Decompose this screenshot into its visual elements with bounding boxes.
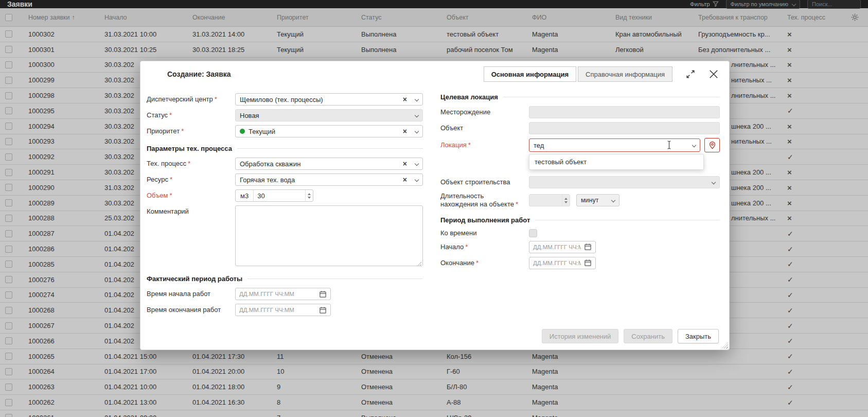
close-modal-button[interactable]: [708, 69, 719, 79]
step-down-icon[interactable]: [308, 197, 311, 199]
chevron-down-icon[interactable]: [415, 178, 419, 182]
priority-dot-icon: [240, 129, 245, 134]
chevron-down-icon[interactable]: [415, 113, 419, 117]
clear-icon[interactable]: ×: [400, 160, 410, 167]
dispatch-center-select[interactable]: Щемилово (тех. процессы) ×: [235, 93, 423, 106]
section-tech-params: Параметры тех. процесса: [147, 145, 423, 152]
resource-label: Ресурс*: [147, 176, 235, 184]
history-button[interactable]: История изменений: [542, 329, 619, 343]
expand-modal-button[interactable]: [686, 70, 695, 79]
map-pin-button[interactable]: [704, 138, 720, 152]
section-work-period: Период выполнения работ: [440, 216, 720, 224]
section-target-location: Целевая локация: [440, 93, 720, 101]
tab-reference-info[interactable]: Справочная информация: [578, 66, 672, 82]
object-label: Объект: [440, 124, 529, 132]
modal-resize-handle-icon[interactable]: [722, 342, 728, 349]
modal-right-column: Целевая локация Месторождение Объект Лок…: [440, 90, 720, 320]
close-icon: [708, 69, 719, 79]
deposit-input[interactable]: [529, 106, 720, 118]
work-start-datetime: [235, 288, 331, 300]
comment-textarea[interactable]: [235, 205, 423, 266]
step-down-icon[interactable]: [564, 201, 568, 203]
step-up-icon[interactable]: [308, 193, 311, 195]
map-pin-icon: [708, 141, 716, 149]
screen: Заявки Фильтр Фильтр по умолчанию Поиск.…: [0, 0, 868, 417]
section-actual-period: Фактический период работы: [147, 275, 423, 283]
save-button[interactable]: Сохранить: [624, 329, 672, 343]
construction-object-select[interactable]: [529, 176, 720, 188]
chevron-down-icon[interactable]: [415, 97, 419, 101]
period-start-label: Начало*: [440, 243, 529, 251]
duration-unit-select[interactable]: минут: [576, 194, 619, 206]
chevron-down-icon[interactable]: [415, 129, 419, 133]
volume-unit: м3: [236, 190, 254, 201]
clear-icon[interactable]: ×: [400, 176, 410, 183]
volume-label: Объем*: [147, 192, 235, 200]
by-time-checkbox[interactable]: [529, 229, 537, 237]
status-label: Статус*: [147, 111, 235, 119]
period-end-label: Окончание*: [440, 259, 529, 267]
clear-icon[interactable]: ×: [400, 128, 410, 135]
modal-body: Диспетчерский центр* Щемилово (тех. проц…: [140, 85, 729, 320]
duration-unit-value: минут: [581, 197, 598, 204]
status-value: Новая: [240, 112, 259, 119]
tech-process-select[interactable]: Обработка скважин ×: [235, 158, 423, 170]
priority-label: Приоритет*: [147, 127, 235, 135]
modal-footer: История изменений Сохранить Закрыть: [542, 329, 719, 343]
by-time-label: Ко времени: [440, 229, 529, 237]
priority-value: Текущий: [249, 128, 275, 135]
comment-label: Комментарий: [147, 205, 235, 216]
calendar-icon[interactable]: [584, 243, 592, 251]
volume-input[interactable]: [254, 190, 305, 201]
modal-left-column: Диспетчерский центр* Щемилово (тех. проц…: [147, 90, 423, 320]
chevron-down-icon[interactable]: [692, 143, 696, 147]
chevron-down-icon[interactable]: [415, 162, 419, 166]
chevron-down-icon[interactable]: [712, 180, 716, 184]
work-end-input[interactable]: [239, 307, 316, 313]
priority-select[interactable]: Текущий ×: [235, 125, 423, 137]
tab-main-info[interactable]: Основная информация: [484, 66, 576, 82]
duration-input-group: [529, 194, 570, 206]
location-combobox[interactable]: [529, 138, 700, 152]
tech-process-value: Обработка скважин: [240, 160, 301, 168]
dispatch-center-value: Щемилово (тех. процессы): [240, 96, 323, 103]
clear-icon[interactable]: ×: [400, 96, 410, 103]
work-end-datetime: [235, 304, 331, 316]
volume-stepper[interactable]: [305, 190, 313, 201]
expand-icon: [686, 70, 695, 79]
period-end-datetime: [529, 257, 596, 269]
location-suggestion-dropdown: тестовый объект: [529, 154, 704, 170]
close-button[interactable]: Закрыть: [678, 329, 719, 343]
duration-stepper[interactable]: [562, 195, 570, 206]
work-end-label: Время окончания работ: [147, 306, 235, 314]
location-suggestion-item[interactable]: тестовый объект: [529, 154, 703, 169]
period-end-input[interactable]: [533, 260, 581, 266]
resource-select[interactable]: Горячая тех. вода ×: [235, 173, 423, 186]
object-input[interactable]: [529, 122, 720, 134]
calendar-icon[interactable]: [319, 290, 327, 298]
period-start-input[interactable]: [533, 244, 581, 250]
work-start-input[interactable]: [239, 291, 316, 297]
construction-object-label: Объект строительства: [440, 178, 529, 186]
modal-header: Создание: Заявка Основная информация Спр…: [140, 61, 729, 85]
location-label: Локация*: [440, 141, 529, 149]
text-cursor-icon: [667, 141, 671, 149]
calendar-icon[interactable]: [319, 306, 327, 314]
period-start-datetime: [529, 241, 596, 253]
create-request-modal: Создание: Заявка Основная информация Спр…: [140, 61, 730, 350]
step-up-icon[interactable]: [564, 198, 568, 200]
dispatch-center-label: Диспетчерский центр*: [147, 95, 235, 103]
modal-title: Создание: Заявка: [167, 70, 231, 78]
volume-input-group: м3: [235, 189, 313, 202]
deposit-label: Месторождение: [440, 108, 529, 116]
duration-input[interactable]: [529, 195, 562, 206]
work-start-label: Время начала работ: [147, 290, 235, 298]
status-select[interactable]: Новая: [235, 109, 423, 121]
duration-label: Длительность нахождения на объекте*: [440, 192, 529, 209]
chevron-down-icon[interactable]: [611, 198, 615, 202]
tech-process-label: Тех. процесс*: [147, 160, 235, 168]
calendar-icon[interactable]: [584, 259, 592, 267]
resource-value: Горячая тех. вода: [240, 176, 295, 184]
